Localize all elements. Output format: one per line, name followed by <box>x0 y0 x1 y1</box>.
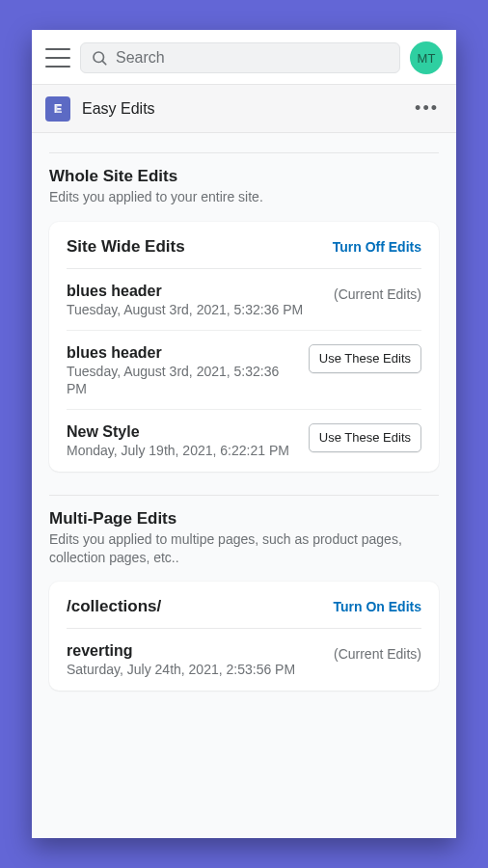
card-header: Site Wide Edits Turn Off Edits <box>49 222 439 268</box>
current-edits-badge: (Current Edits) <box>334 283 421 304</box>
avatar[interactable]: MT <box>410 41 443 74</box>
svg-line-1 <box>102 61 106 65</box>
edit-date: Saturday, July 24th, 2021, 2:53:56 PM <box>67 661 322 678</box>
edit-info: blues header Tuesday, August 3rd, 2021, … <box>67 344 297 397</box>
edit-info: reverting Saturday, July 24th, 2021, 2:5… <box>67 642 322 678</box>
app-frame: MT E Easy Edits ••• Whole Site Edits Edi… <box>32 30 456 838</box>
more-icon[interactable]: ••• <box>411 95 443 122</box>
section-title-whole-site: Whole Site Edits <box>49 167 439 186</box>
card-title: /collections/ <box>67 597 161 616</box>
search-field[interactable] <box>80 42 400 73</box>
app-icon: E <box>45 96 70 122</box>
edit-row[interactable]: blues header Tuesday, August 3rd, 2021, … <box>49 269 439 330</box>
edit-info: New Style Monday, July 19th, 2021, 6:22:… <box>67 423 297 459</box>
turn-on-edits-link[interactable]: Turn On Edits <box>333 599 421 614</box>
card-title: Site Wide Edits <box>67 237 185 257</box>
use-these-edits-button[interactable]: Use These Edits <box>309 344 421 373</box>
edit-name: blues header <box>67 344 297 362</box>
section-subtitle-whole-site: Edits you applied to your entire site. <box>49 188 439 206</box>
edit-name: blues header <box>67 283 322 300</box>
appbar: E Easy Edits ••• <box>32 84 456 133</box>
edit-name: reverting <box>67 642 322 660</box>
content: Whole Site Edits Edits you applied to yo… <box>32 133 456 838</box>
edit-date: Monday, July 19th, 2021, 6:22:21 PM <box>67 442 297 459</box>
edit-info: blues header Tuesday, August 3rd, 2021, … <box>67 283 322 318</box>
card-collections: /collections/ Turn On Edits reverting Sa… <box>49 582 439 690</box>
divider <box>49 495 439 496</box>
card-site-wide: Site Wide Edits Turn Off Edits blues hea… <box>49 222 439 472</box>
divider <box>49 152 439 153</box>
current-edits-badge: (Current Edits) <box>334 642 421 664</box>
app-title: Easy Edits <box>82 100 399 118</box>
use-these-edits-button[interactable]: Use These Edits <box>309 423 421 452</box>
topbar: MT <box>32 30 456 84</box>
section-subtitle-multi-page: Edits you applied to multipe pages, such… <box>49 530 439 567</box>
edit-row[interactable]: blues header Tuesday, August 3rd, 2021, … <box>49 331 439 409</box>
hamburger-icon[interactable] <box>45 48 70 68</box>
turn-off-edits-link[interactable]: Turn Off Edits <box>333 239 421 255</box>
search-icon <box>91 49 108 67</box>
search-input[interactable] <box>116 49 390 67</box>
section-title-multi-page: Multi-Page Edits <box>49 509 439 529</box>
edit-row[interactable]: reverting Saturday, July 24th, 2021, 2:5… <box>49 629 439 690</box>
edit-date: Tuesday, August 3rd, 2021, 5:32:36 PM <box>67 301 322 318</box>
card-header: /collections/ Turn On Edits <box>49 582 439 628</box>
edit-row[interactable]: New Style Monday, July 19th, 2021, 6:22:… <box>49 410 439 471</box>
edit-date: Tuesday, August 3rd, 2021, 5:32:36 PM <box>67 363 297 397</box>
edit-name: New Style <box>67 423 297 441</box>
